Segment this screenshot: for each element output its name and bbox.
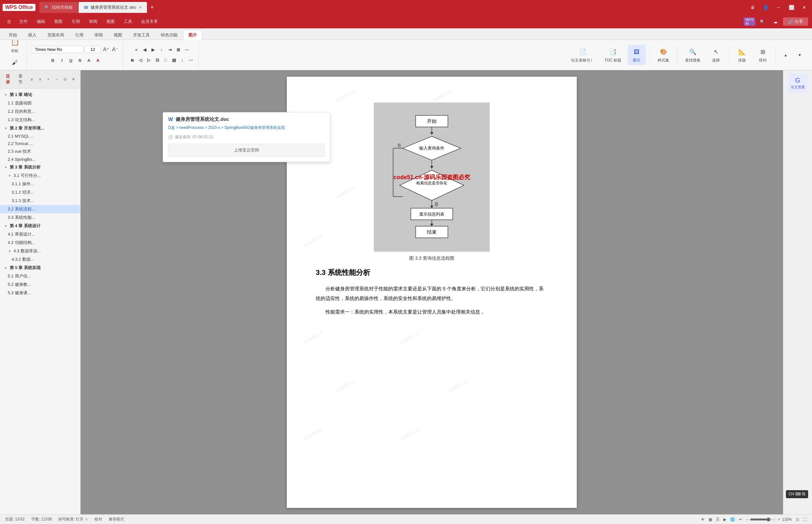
toc-title-btn[interactable]: 📑 TOC 标题 [601, 45, 625, 65]
list-btn[interactable]: ≡ [132, 46, 140, 54]
zoom-slider[interactable] [750, 519, 776, 521]
select-btn[interactable]: ↖ 选择 [707, 45, 725, 65]
font-name-input[interactable] [32, 46, 83, 53]
zoom-thumb[interactable] [766, 518, 770, 521]
underline-button[interactable]: U [67, 57, 75, 64]
tab-close-doc[interactable]: ✕ [139, 5, 142, 10]
format-brush-button[interactable]: 🖌 格式刷 [7, 56, 22, 70]
menu-review[interactable]: 审阅 [85, 17, 101, 26]
menu-edit[interactable]: 编辑 [33, 17, 49, 26]
line-spacing-btn[interactable]: ↕ [158, 46, 165, 54]
upload-btn[interactable]: 上传至云空间 [168, 144, 325, 157]
color-btn[interactable]: A [94, 57, 102, 64]
paper-format-btn[interactable]: 📄 论文表格引》 [567, 45, 598, 65]
more2-btn[interactable]: ⋯ [187, 56, 195, 64]
indent-btn[interactable]: ⇥ [166, 46, 174, 54]
toc-ch1-3[interactable]: 1.3 论文结构... [0, 116, 80, 124]
toc-ch3-1-1[interactable]: 3.1.1 操作... [0, 180, 80, 188]
toc-remove-btn[interactable]: − [53, 76, 60, 83]
align-left-btn[interactable]: ◀ [141, 46, 149, 54]
list-icon[interactable]: ☰ [716, 517, 719, 522]
wps-logo[interactable]: WPS Office [3, 4, 35, 11]
sidebar-tab-toc[interactable]: 目录 [3, 73, 13, 86]
tab-doc-main[interactable]: W 健身房管理系统论文.doc ✕ [79, 2, 147, 13]
layout-icon[interactable]: ▦ [709, 517, 712, 522]
toc-ch5[interactable]: ▼ 第 5 章 系统实现 [0, 264, 80, 272]
shading-btn[interactable]: ▤ [170, 56, 178, 64]
ribbon-tab-dev[interactable]: 开发工具 [128, 30, 155, 40]
sidebar-close-btn[interactable]: ✕ [70, 76, 77, 83]
find-replace-btn[interactable]: 🔍 查找替换 [681, 45, 705, 65]
toc-ch4-2[interactable]: 4.2 功能结构... [0, 239, 80, 247]
toc-ch3-1-3[interactable]: 3.1.3 技术... [0, 197, 80, 205]
image-btn[interactable]: 🖼 图片 [628, 45, 646, 65]
sort-btn[interactable]: ↕ [179, 56, 186, 64]
toc-ch2-4[interactable]: 2.4 SpringBo... [0, 155, 80, 163]
menu-tools[interactable]: 工具 [120, 17, 136, 26]
toc-ch4-3-2[interactable]: 4.3.2 数据... [0, 255, 80, 264]
toc-ch4-1[interactable]: 4.1 界面设计... [0, 230, 80, 239]
toc-ch3-1-2[interactable]: 3.1.2 经济... [0, 188, 80, 197]
scroll-up-btn[interactable]: ▲ [780, 51, 791, 59]
fit-page-btn[interactable]: ⊡ [796, 517, 799, 522]
ribbon-tab-home[interactable]: 开始 [3, 30, 22, 40]
ribbon-tab-insert[interactable]: 插入 [22, 30, 42, 40]
toc-ch3-2[interactable]: 3.2 系统流程... [0, 205, 80, 213]
sort-layout-btn[interactable]: 📐 排版 [733, 45, 751, 65]
eye-icon[interactable]: 👁 [701, 517, 705, 522]
menu-premium[interactable]: 会员专享 [137, 17, 162, 26]
account-btn[interactable]: 👤 [760, 2, 771, 13]
toc-ch2-3[interactable]: 2.3 vue 技术 [0, 147, 80, 155]
bold-button[interactable]: B [49, 57, 57, 64]
sidebar-tab-section[interactable]: 章节 [16, 73, 26, 86]
ch-simple-badge[interactable]: CH ⌨ 简 [786, 490, 808, 498]
edit-icon[interactable]: ✏ [739, 517, 742, 522]
toc-ch5-2[interactable]: 5.2 健身教... [0, 280, 80, 289]
scroll-down-btn[interactable]: ▼ [794, 51, 806, 59]
tab-find-template[interactable]: 🔍 找稿壳模板 [39, 2, 78, 13]
toc-settings-btn[interactable]: ⊙ [62, 76, 69, 83]
paper-check-btn[interactable]: G 论文查重 [788, 73, 808, 93]
toc-ch3-1[interactable]: ▼ 3.1 可行性分... [0, 171, 80, 180]
ribbon-tab-image[interactable]: 图片 [183, 30, 202, 40]
sort2-btn[interactable]: ⊞ 排列 [754, 45, 772, 65]
restore-btn[interactable]: ⬜ [786, 2, 797, 13]
fullscreen-btn[interactable]: ⛶ [803, 517, 807, 522]
ribbon-tab-layout[interactable]: 页面布局 [42, 30, 70, 40]
toc-ch1[interactable]: ▼ 第 1 章 绪论 [0, 91, 80, 99]
toc-ch2-2[interactable]: 2.2 Tomcat ... [0, 140, 80, 147]
toc-ch1-2[interactable]: 1.2 目的和意... [0, 107, 80, 116]
toc-ch3-3[interactable]: 3.3 系统性能... [0, 213, 80, 222]
menu-file[interactable]: 文件 [15, 17, 32, 26]
menu-insert[interactable]: 引用 [68, 17, 84, 26]
more-btn[interactable]: ⋯ [183, 46, 190, 54]
wps-ai-btn[interactable]: WPS AI [744, 16, 755, 27]
menu-icon-file[interactable]: ☰ [4, 16, 14, 27]
highlight-btn[interactable]: A [85, 57, 93, 64]
minimize-btn[interactable]: ─ [773, 2, 784, 13]
strikethrough-btn[interactable]: S [76, 57, 84, 64]
align-left-btn2[interactable]: ◁ [137, 56, 144, 64]
monitor-btn[interactable]: 🖥 [748, 2, 758, 13]
toc-ch1-1[interactable]: 1.1 选题动因 [0, 99, 80, 107]
column-btn[interactable]: ⊟ [153, 56, 161, 64]
border-btn[interactable]: □ [162, 56, 169, 64]
doc-area[interactable]: W 健身房管理系统论文.doc D盘 > needProccess > 2023… [81, 70, 783, 514]
align-justify-btn[interactable]: ≣ [128, 56, 136, 64]
add-tab-button[interactable]: + [148, 3, 156, 12]
web-icon[interactable]: 🌐 [730, 517, 735, 522]
table-btn[interactable]: ⊞ [174, 46, 182, 54]
style-set-btn[interactable]: 🎨 样式集 [654, 45, 673, 65]
paste-button[interactable]: 📋 粘贴 [7, 40, 22, 54]
toc-up-btn[interactable]: ∧ [36, 76, 44, 83]
close-btn[interactable]: ✕ [799, 2, 809, 13]
toc-add-btn[interactable]: + [45, 76, 52, 83]
toc-ch3[interactable]: ▼ 第 3 章 系统分析 [0, 163, 80, 171]
share-button[interactable]: 🔗 分享 [783, 17, 808, 26]
zoom-in-btn[interactable]: + [778, 517, 780, 522]
align-right-btn[interactable]: ▷ [145, 56, 153, 64]
proofread-status[interactable]: 校对 [95, 517, 102, 522]
toc-down-btn[interactable]: ∨ [28, 76, 35, 83]
toc-ch2-1[interactable]: 2.1 MYSQL ... [0, 132, 80, 140]
ribbon-tab-reference[interactable]: 引用 [70, 30, 89, 40]
